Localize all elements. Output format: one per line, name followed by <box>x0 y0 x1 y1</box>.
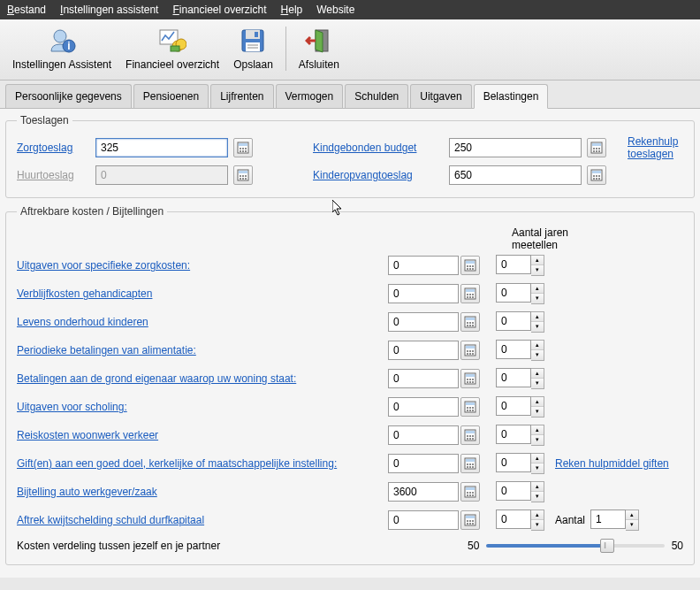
kindgebonden-calc-button[interactable] <box>587 138 606 157</box>
slider-thumb[interactable] <box>600 539 614 553</box>
deduct-label[interactable]: Uitgaven voor specifieke zorgkosten: <box>17 259 388 272</box>
deduct-input[interactable] <box>388 369 459 388</box>
partner-split-slider[interactable] <box>486 544 664 548</box>
deduct-calc-button[interactable] <box>460 482 480 502</box>
svg-rect-119 <box>466 516 475 518</box>
tab-vermogen[interactable]: Vermogen <box>276 84 344 108</box>
deduct-calc-button[interactable] <box>460 341 480 360</box>
years-spinner[interactable]: ▴▾ <box>531 340 544 361</box>
deduct-input[interactable] <box>388 510 459 530</box>
deduct-input[interactable] <box>388 284 459 303</box>
years-spinner[interactable]: ▴▾ <box>531 425 544 446</box>
deduct-years-input[interactable] <box>496 340 531 359</box>
svg-point-109 <box>472 466 474 468</box>
tab-lijfrenten[interactable]: Lijfrenten <box>210 84 273 108</box>
toolbar-instellingen-assistent[interactable]: i Instellingen Assistent <box>5 23 118 74</box>
zorgtoeslag-input[interactable] <box>95 138 228 157</box>
tab-persoonlijke-gegevens[interactable]: Persoonlijke gegevens <box>5 84 132 108</box>
deduct-label[interactable]: Bijtelling auto werkgever/zaak <box>17 486 388 498</box>
menu-instellingen-assistent[interactable]: Instellingen assistent <box>60 4 158 16</box>
deduct-years-input[interactable] <box>496 283 531 303</box>
svg-point-81 <box>469 379 471 380</box>
svg-point-49 <box>469 265 471 267</box>
years-spinner[interactable]: ▴▾ <box>531 510 544 531</box>
zorgtoeslag-calc-button[interactable] <box>233 138 253 157</box>
kinderopvangtoeslag-link[interactable]: Kinderopvangtoeslag <box>313 169 445 181</box>
svg-point-51 <box>467 268 468 270</box>
calculator-icon <box>464 344 476 356</box>
deduct-calc-button[interactable] <box>460 284 480 303</box>
svg-point-32 <box>240 175 241 177</box>
toolbar-afsluiten[interactable]: Afsluiten <box>292 23 346 74</box>
deduct-label[interactable]: Reiskosten woonwerk verkeer <box>17 429 388 441</box>
deduct-years-input[interactable] <box>496 481 531 501</box>
deduct-label[interactable]: Periodieke betalingen van alimentatie: <box>17 344 388 356</box>
menu-bestand[interactable]: Bestand <box>7 4 46 16</box>
toolbar-financieel-overzicht[interactable]: Financieel overzicht <box>118 23 226 74</box>
deduct-calc-button[interactable] <box>460 312 480 332</box>
kindgebonden-budget-input[interactable] <box>449 138 582 157</box>
huurtoeslag-calc-button[interactable] <box>233 165 253 185</box>
deduct-input[interactable] <box>388 312 459 332</box>
years-spinner[interactable]: ▴▾ <box>531 368 544 389</box>
years-spinner[interactable]: ▴▾ <box>531 481 544 502</box>
deduct-label[interactable]: Aftrek kwijtschelding schuld durfkapitaa… <box>17 514 388 526</box>
deduct-years-input[interactable] <box>496 255 531 274</box>
svg-point-24 <box>593 148 595 149</box>
zorgtoeslag-link[interactable]: Zorgtoeslag <box>17 142 92 154</box>
tab-belastingen[interactable]: Belastingen <box>474 84 549 109</box>
deduct-calc-button[interactable] <box>460 425 480 445</box>
deduct-years-input[interactable] <box>496 396 531 416</box>
giften-link[interactable]: Reken hulpmiddel giften <box>555 457 669 470</box>
menu-financieel-overzicht[interactable]: Financieel overzicht <box>172 4 266 16</box>
toolbar-opslaan[interactable]: Opslaan <box>226 23 280 74</box>
deduct-calc-button[interactable] <box>460 510 480 530</box>
kinderopvangtoeslag-input[interactable] <box>449 165 582 185</box>
deduct-years-input[interactable] <box>496 453 531 472</box>
toolbar: i Instellingen Assistent Financieel over… <box>0 19 700 80</box>
svg-point-42 <box>598 175 600 177</box>
menu-website[interactable]: Website <box>316 4 354 16</box>
kinderopvang-calc-button[interactable] <box>587 165 606 185</box>
deduct-label[interactable]: Levens onderhoud kinderen <box>17 316 388 328</box>
deduct-years-input[interactable] <box>496 425 531 444</box>
years-spinner[interactable]: ▴▾ <box>531 283 544 304</box>
deduct-calc-button[interactable] <box>460 454 480 473</box>
svg-rect-79 <box>466 374 475 377</box>
svg-point-37 <box>245 178 247 180</box>
tab-pensioenen[interactable]: Pensioenen <box>133 84 209 108</box>
deduct-label[interactable]: Verblijfkosten gehandicapten <box>17 287 388 300</box>
deduct-calc-button[interactable] <box>460 256 480 275</box>
content: Toeslagen Zorgtoeslag Kindgebonden budge… <box>0 109 700 578</box>
aantal-spinner[interactable]: ▴▾ <box>626 510 639 531</box>
deduct-input[interactable] <box>388 341 459 360</box>
deduct-label[interactable]: Uitgaven voor scholing: <box>17 401 388 413</box>
deduct-input[interactable] <box>388 454 459 473</box>
tab-uitgaven[interactable]: Uitgaven <box>410 84 471 108</box>
deduct-years-input[interactable] <box>496 368 531 387</box>
menubar: Bestand Instellingen assistent Financiee… <box>0 0 700 19</box>
svg-point-121 <box>469 520 471 522</box>
svg-point-36 <box>242 178 244 180</box>
deduct-input[interactable] <box>388 397 459 417</box>
menu-help[interactable]: Help <box>281 4 303 16</box>
years-spinner[interactable]: ▴▾ <box>531 311 544 333</box>
svg-point-114 <box>472 492 474 494</box>
years-spinner[interactable]: ▴▾ <box>531 396 544 418</box>
deduct-years-input[interactable] <box>496 510 531 529</box>
years-spinner[interactable]: ▴▾ <box>531 255 544 276</box>
deduct-label[interactable]: Gift(en) aan een goed doel, kerkelijke o… <box>17 457 388 470</box>
deduct-input[interactable] <box>388 425 459 445</box>
deduct-calc-button[interactable] <box>460 369 480 388</box>
rekenhulp-toeslagen-link[interactable]: Rekenhulp toeslagen <box>628 135 683 160</box>
deduct-years-input[interactable] <box>496 311 531 331</box>
kindgebonden-budget-link[interactable]: Kindgebonden budget <box>313 142 445 154</box>
aantal-input[interactable] <box>590 510 626 529</box>
tab-schulden[interactable]: Schulden <box>345 84 408 108</box>
deduct-calc-button[interactable] <box>460 397 480 417</box>
deduct-label[interactable]: Betalingen aan de grond eigenaar waarop … <box>17 372 388 385</box>
years-spinner[interactable]: ▴▾ <box>531 453 544 474</box>
deduct-input[interactable] <box>388 256 459 275</box>
svg-point-73 <box>469 350 471 352</box>
deduct-input[interactable] <box>388 482 459 502</box>
